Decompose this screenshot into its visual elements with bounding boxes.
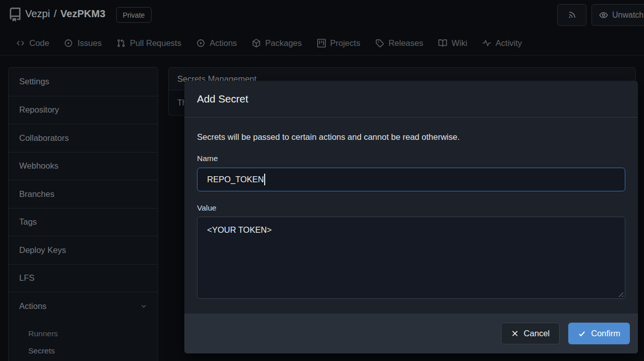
modal-body: Secrets will be passed to certain action… [184, 118, 638, 314]
gitea-repo-settings-page: Vezpi / VezPKM3 Private Unwatch Code Iss… [0, 0, 644, 361]
secret-name-input[interactable]: REPO_TOKEN [197, 168, 625, 191]
secret-value-text: <YOUR TOKEN> [207, 225, 272, 234]
textarea-resize-handle[interactable] [617, 291, 623, 297]
text-cursor [264, 174, 265, 185]
cancel-button[interactable]: Cancel [501, 323, 560, 344]
add-secret-modal: Add Secret Secrets will be passed to cer… [184, 81, 638, 353]
modal-title: Add Secret [197, 93, 248, 105]
modal-footer: Cancel Confirm [184, 314, 638, 353]
modal-description: Secrets will be passed to certain action… [197, 132, 625, 142]
checkmark-icon [578, 330, 586, 338]
secret-name-value: REPO_TOKEN [207, 175, 264, 184]
modal-header: Add Secret [184, 81, 638, 118]
confirm-button[interactable]: Confirm [568, 323, 630, 344]
value-field-label: Value [197, 203, 625, 213]
secret-value-textarea[interactable]: <YOUR TOKEN> [197, 217, 625, 299]
name-field-label: Name [197, 154, 625, 163]
close-x-icon [511, 330, 519, 337]
